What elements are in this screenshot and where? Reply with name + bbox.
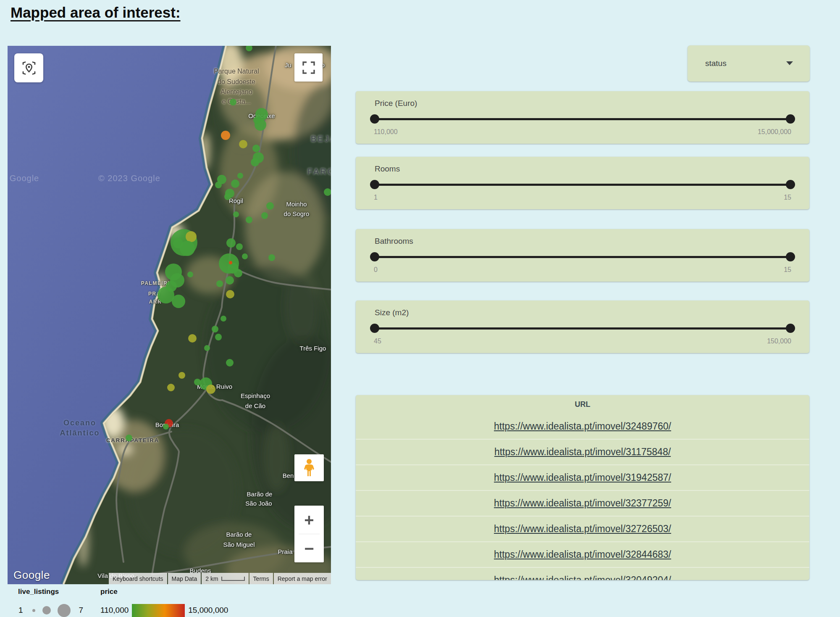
report-map-error-link[interactable]: Report a map error <box>274 573 331 584</box>
locate-area-button[interactable] <box>14 53 43 82</box>
size-dot-large <box>58 604 71 617</box>
listing-marker <box>236 243 243 250</box>
size-slider-label: Size (m2) <box>375 308 409 317</box>
listing-marker <box>220 316 226 322</box>
price-legend-title: price <box>100 588 118 596</box>
url-table-header: URL <box>356 395 809 414</box>
listing-marker <box>230 99 236 105</box>
listing-link[interactable]: https://www.idealista.pt/imovel/32377259… <box>494 498 671 509</box>
fullscreen-button[interactable] <box>294 53 323 82</box>
map-data-link[interactable]: Map Data <box>168 573 201 584</box>
listing-marker <box>204 345 210 351</box>
zoom-out-button[interactable]: − <box>294 534 324 562</box>
listing-marker <box>246 216 252 223</box>
size-legend-max: 7 <box>79 606 84 615</box>
listing-marker <box>234 269 242 277</box>
scan-pin-icon <box>21 60 37 76</box>
size-slider-thumb-min[interactable] <box>370 324 379 333</box>
listing-marker <box>126 435 132 441</box>
fullscreen-icon <box>302 61 316 75</box>
price-legend-max: 15,000,000 <box>188 606 228 615</box>
listing-marker <box>188 334 197 343</box>
price-slider-thumb-max[interactable] <box>786 114 795 124</box>
listing-link[interactable]: https://www.idealista.pt/imovel/32726503… <box>494 523 671 535</box>
listing-marker <box>172 295 185 308</box>
price-slider-thumb-min[interactable] <box>370 114 379 124</box>
listing-link[interactable]: https://www.idealista.pt/imovel/32844683… <box>494 549 671 560</box>
listing-marker <box>226 290 234 298</box>
listing-link[interactable]: https://www.idealista.pt/imovel/31942587… <box>494 472 671 483</box>
pegman-button[interactable] <box>294 454 324 481</box>
size-slider-max-value: 150,000 <box>767 338 791 345</box>
listing-marker <box>231 179 239 188</box>
price-slider-min-value: 110,000 <box>374 128 398 136</box>
map-canvas[interactable]: Parque Naturaldo SudoesteAlentejanoe Cos… <box>8 46 331 584</box>
bathrooms-slider-thumb-min[interactable] <box>370 252 379 261</box>
listing-marker <box>194 379 201 385</box>
size-slider-thumb-max[interactable] <box>786 324 795 333</box>
listing-marker <box>187 272 193 277</box>
table-row: https://www.idealista.pt/imovel/31175848… <box>356 439 809 464</box>
listing-marker <box>224 193 231 200</box>
size-legend-min: 1 <box>18 606 23 615</box>
listing-marker <box>229 261 232 264</box>
price-slider-label: Price (Euro) <box>375 99 417 108</box>
listing-marker <box>268 254 275 261</box>
listing-marker <box>266 202 274 210</box>
rooms-slider-thumb-max[interactable] <box>786 180 795 189</box>
price-slider-track[interactable] <box>375 118 790 120</box>
size-legend: 1 7 <box>18 602 83 617</box>
size-dot-medium <box>42 606 51 614</box>
chevron-down-icon <box>786 61 793 65</box>
pegman-icon <box>303 459 315 477</box>
rooms-slider-card: Rooms 1 15 <box>356 157 809 209</box>
listing-marker <box>167 384 175 391</box>
table-row: https://www.idealista.pt/imovel/32726503… <box>356 516 809 541</box>
rooms-slider-min-value: 1 <box>374 194 378 201</box>
terms-link[interactable]: Terms <box>249 573 273 584</box>
bathrooms-slider-track[interactable] <box>375 256 790 258</box>
listing-marker <box>261 212 268 219</box>
listing-link[interactable]: https://www.idealista.pt/imovel/32489760… <box>494 421 671 432</box>
listing-marker <box>253 116 261 124</box>
price-legend-min: 110,000 <box>100 606 129 615</box>
status-dropdown[interactable]: status <box>688 45 810 82</box>
keyboard-shortcuts-link[interactable]: Keyboard shortcuts <box>109 573 167 584</box>
listing-marker <box>206 385 215 394</box>
bathrooms-slider-card: Bathrooms 0 15 <box>356 229 809 282</box>
google-logo[interactable]: Google <box>13 569 50 582</box>
listing-link[interactable]: https://www.idealista.pt/imovel/31175848… <box>494 446 671 458</box>
listing-marker <box>324 188 331 196</box>
zoom-in-button[interactable]: + <box>294 506 324 534</box>
rooms-slider-label: Rooms <box>375 164 400 174</box>
listing-marker <box>237 173 243 179</box>
table-row: https://www.idealista.pt/imovel/32377259… <box>356 490 809 516</box>
status-dropdown-label: status <box>705 59 727 68</box>
zoom-control: + − <box>294 506 324 562</box>
price-legend: 110,000 15,000,000 <box>100 602 228 617</box>
listing-link[interactable]: https://www.idealista.pt/imovel/32049204… <box>494 575 671 580</box>
rooms-slider-track[interactable] <box>375 184 790 186</box>
price-slider-card: Price (Euro) 110,000 15,000,000 <box>356 91 809 144</box>
page-title: Mapped area of interest: <box>10 4 181 21</box>
listing-marker <box>173 238 183 248</box>
listing-marker <box>215 182 222 188</box>
listing-marker <box>226 359 234 367</box>
size-legend-title: live_listings <box>18 588 59 596</box>
rooms-slider-thumb-min[interactable] <box>370 180 379 189</box>
listing-marker <box>216 280 223 287</box>
bathrooms-slider-thumb-max[interactable] <box>786 252 795 261</box>
page: { "page": {"title": "Mapped area of inte… <box>0 0 840 617</box>
listing-marker <box>226 238 236 248</box>
size-slider-track[interactable] <box>375 327 790 330</box>
listing-marker <box>178 372 185 379</box>
listing-marker <box>212 326 218 332</box>
table-row: https://www.idealista.pt/imovel/32049204… <box>356 567 809 580</box>
listing-marker <box>242 253 248 259</box>
size-slider-min-value: 45 <box>374 338 381 345</box>
listing-marker <box>163 424 169 430</box>
listing-marker <box>252 145 260 152</box>
map-scale-label: 2 km <box>205 575 218 582</box>
map-attribution-bar: Keyboard shortcuts Map Data 2 km Terms R… <box>109 573 331 584</box>
price-slider-max-value: 15,000,000 <box>758 128 791 136</box>
